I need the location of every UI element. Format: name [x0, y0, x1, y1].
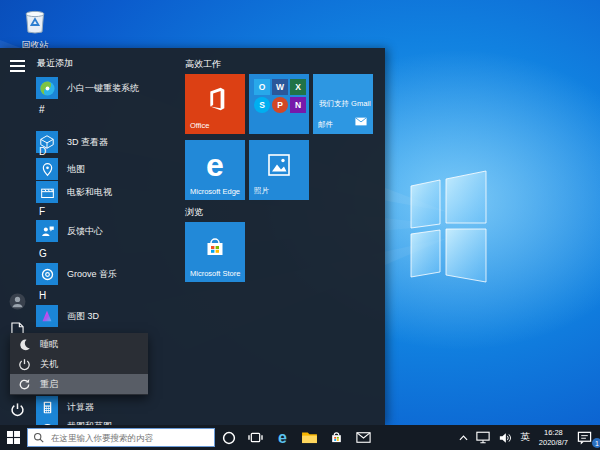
- groove-music-icon: [36, 263, 58, 285]
- app-label: 画图 3D: [67, 310, 99, 323]
- action-center-icon: [577, 430, 592, 445]
- user-icon: [9, 293, 26, 310]
- tile-label: Office: [190, 121, 209, 130]
- envelope-icon: [355, 112, 367, 130]
- sleep-moon-icon: [18, 338, 31, 351]
- photos-icon: [249, 144, 309, 185]
- tray-ime-indicator[interactable]: 英: [516, 425, 534, 450]
- app-item-3d-viewer[interactable]: 3D 查看器: [36, 131, 108, 153]
- edge-logo-icon: e: [206, 149, 224, 181]
- search-icon: [33, 432, 44, 443]
- network-pc-icon: [476, 431, 490, 444]
- taskbar: e: [0, 425, 600, 450]
- app-label: 地图: [67, 163, 85, 176]
- snip-sketch-icon: [36, 418, 58, 425]
- app-item-groove-music[interactable]: Groove 音乐: [36, 263, 117, 285]
- onenote-icon: N: [290, 97, 306, 113]
- letter-header-g[interactable]: G: [39, 248, 47, 259]
- power-icon: [10, 402, 25, 417]
- cortana-circle-icon: [222, 431, 236, 445]
- system-tray: 英 16:28 2020/8/7 1: [455, 425, 600, 450]
- word-icon: W: [272, 79, 288, 95]
- edge-icon: e: [278, 430, 287, 446]
- tray-volume[interactable]: [494, 425, 516, 450]
- tile-microsoft-edge[interactable]: e Microsoft Edge: [185, 140, 245, 200]
- power-flyout-menu: 睡眠 关机 重启: [10, 333, 148, 395]
- letter-header-d[interactable]: D: [39, 146, 46, 157]
- tile-group-header-browse: 浏览: [185, 206, 203, 219]
- file-explorer-icon: [301, 431, 318, 444]
- xiaobai-swirl-icon: [36, 77, 58, 99]
- tray-date: 2020/8/7: [539, 438, 568, 448]
- action-center-button[interactable]: 1: [573, 425, 600, 450]
- tile-office[interactable]: Office: [185, 74, 245, 134]
- letter-header-h[interactable]: H: [39, 290, 46, 301]
- app-item-maps[interactable]: 地图: [36, 158, 85, 180]
- chevron-up-icon: [459, 435, 468, 441]
- store-bag-icon: [185, 226, 245, 267]
- taskbar-search-box[interactable]: [27, 428, 215, 447]
- office-apps-mini-icons: O W X S P N: [254, 79, 306, 113]
- taskbar-store-button[interactable]: [323, 425, 350, 450]
- app-label: Groove 音乐: [67, 268, 117, 281]
- shutdown-icon: [18, 358, 31, 371]
- app-item-snip-sketch[interactable]: 截图和草图: [36, 418, 112, 425]
- mail-icon: [356, 432, 371, 443]
- menu-expand-button[interactable]: [8, 57, 26, 75]
- task-view-icon: [248, 431, 263, 444]
- app-item-xiaobai[interactable]: 小白一键重装系统: [36, 77, 139, 99]
- restart-icon: [18, 378, 31, 391]
- search-input[interactable]: [49, 432, 209, 444]
- store-icon: [329, 430, 344, 445]
- notification-badge: 1: [592, 438, 600, 448]
- power-button[interactable]: [8, 400, 26, 418]
- recently-added-header: 最近添加: [37, 57, 73, 70]
- tray-time: 16:28: [539, 428, 568, 438]
- power-option-label: 重启: [40, 378, 58, 391]
- power-option-sleep[interactable]: 睡眠: [10, 334, 148, 354]
- power-option-shutdown[interactable]: 关机: [10, 354, 148, 374]
- taskbar-file-explorer-button[interactable]: [296, 425, 323, 450]
- excel-icon: X: [290, 79, 306, 95]
- outlook-icon: O: [254, 79, 270, 95]
- tray-clock[interactable]: 16:28 2020/8/7: [534, 428, 573, 448]
- cortana-button[interactable]: [215, 425, 242, 450]
- windows-start-icon: [7, 431, 20, 444]
- taskbar-edge-button[interactable]: e: [269, 425, 296, 450]
- tile-photos[interactable]: 照片: [249, 140, 309, 200]
- power-option-restart[interactable]: 重启: [10, 374, 148, 394]
- app-item-feedback-hub[interactable]: 反馈中心: [36, 220, 103, 242]
- skype-icon: S: [254, 97, 270, 113]
- app-item-paint3d[interactable]: 画图 3D: [36, 305, 99, 327]
- recycle-bin[interactable]: 回收站: [12, 6, 58, 52]
- powerpoint-icon: P: [272, 97, 288, 113]
- feedback-hub-icon: [36, 220, 58, 242]
- office-logo-icon: [185, 78, 245, 119]
- power-option-label: 关机: [40, 358, 58, 371]
- maps-pin-icon: [36, 158, 58, 180]
- speaker-icon: [498, 432, 512, 444]
- tile-label: Microsoft Edge: [190, 187, 240, 196]
- start-button[interactable]: [0, 425, 27, 450]
- app-item-movies-tv[interactable]: 电影和电视: [36, 181, 112, 203]
- movies-tv-icon: [36, 181, 58, 203]
- tray-chevron-up[interactable]: [455, 425, 472, 450]
- recycle-bin-icon: [22, 6, 48, 34]
- app-item-calculator[interactable]: 计算器: [36, 396, 94, 418]
- power-option-label: 睡眠: [40, 338, 58, 351]
- tile-microsoft-store[interactable]: Microsoft Store: [185, 222, 245, 282]
- paint3d-icon: [36, 305, 58, 327]
- tray-network[interactable]: [472, 425, 494, 450]
- letter-header-f[interactable]: F: [39, 206, 45, 217]
- app-label: 反馈中心: [67, 225, 103, 238]
- app-label: 小白一键重装系统: [67, 82, 139, 95]
- desktop: 回收站 最近添加: [0, 0, 600, 450]
- task-view-button[interactable]: [242, 425, 269, 450]
- tile-office-apps-folder[interactable]: O W X S P N: [249, 74, 309, 134]
- app-label: 电影和电视: [67, 186, 112, 199]
- app-label: 计算器: [67, 401, 94, 414]
- tile-mail[interactable]: 我们支持 Gmail 邮件: [313, 74, 373, 134]
- letter-header-hash[interactable]: #: [39, 104, 45, 115]
- user-avatar[interactable]: [8, 292, 26, 310]
- taskbar-mail-button[interactable]: [350, 425, 377, 450]
